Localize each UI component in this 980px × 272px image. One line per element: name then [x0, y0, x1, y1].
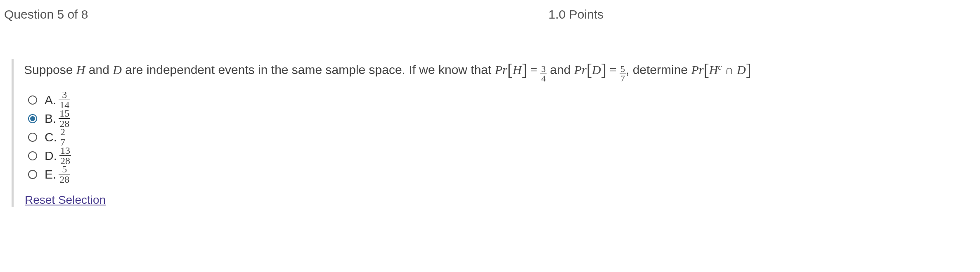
option-b[interactable]: B.1528 — [28, 109, 980, 128]
option-fraction: 528 — [59, 164, 70, 184]
option-label: A. — [45, 93, 56, 107]
reset-selection-link[interactable]: Reset Selection — [25, 193, 106, 206]
option-fraction: 1328 — [59, 146, 71, 166]
options-list: A.314B.1528C.27D.1328E.528 — [28, 91, 980, 184]
radio-button[interactable] — [28, 133, 37, 142]
option-d[interactable]: D.1328 — [28, 146, 980, 165]
points-label: 1.0 Points — [549, 7, 604, 21]
option-label: E. — [45, 167, 56, 181]
question-prompt: Suppose H and D are independent events i… — [24, 59, 980, 83]
radio-button[interactable] — [28, 151, 37, 160]
option-label: D. — [45, 149, 57, 163]
option-label: B. — [45, 112, 56, 126]
option-c[interactable]: C.27 — [28, 128, 980, 146]
radio-button[interactable] — [28, 170, 37, 179]
option-a[interactable]: A.314 — [28, 91, 980, 109]
option-e[interactable]: E.528 — [28, 165, 980, 184]
option-fraction: 314 — [59, 90, 70, 110]
radio-button[interactable] — [28, 114, 37, 123]
option-fraction: 1528 — [59, 108, 70, 129]
option-fraction: 27 — [59, 127, 66, 147]
option-label: C. — [45, 130, 57, 144]
question-number: Question 5 of 8 — [4, 7, 88, 21]
radio-button[interactable] — [28, 95, 37, 105]
